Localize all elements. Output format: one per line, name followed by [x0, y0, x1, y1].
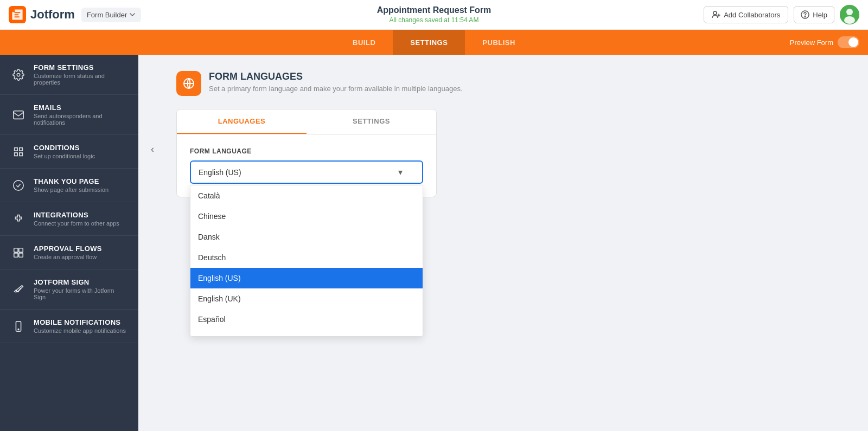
sidebar-approval-subtitle: Create an approval flow	[34, 254, 102, 260]
svg-point-6	[805, 16, 806, 17]
tab-card-settings[interactable]: SETTINGS	[307, 110, 436, 134]
back-button[interactable]: ‹	[145, 141, 160, 157]
tab-build[interactable]: BUILD	[335, 30, 393, 55]
sidebar-sign-subtitle: Power your forms with Jotform Sign	[34, 287, 127, 300]
help-button[interactable]: Help	[794, 6, 834, 23]
svg-point-18	[18, 329, 19, 330]
language-select[interactable]: English (US) ▾	[190, 160, 423, 184]
sidebar-item-form-settings[interactable]: FORM SETTINGS Customize form status and …	[0, 55, 138, 95]
language-dropdown: Català Chinese Dansk Deutsch English (US…	[190, 185, 423, 337]
save-status: All changes saved at 11:54 AM	[377, 16, 492, 24]
sidebar-approval-title: APPROVAL FLOWS	[34, 245, 102, 253]
panel-title: FORM LANGUAGES	[209, 71, 463, 82]
toggle-knob	[848, 37, 858, 47]
language-select-wrapper: English (US) ▾ Català Chinese Dansk Deut…	[190, 160, 423, 184]
svg-point-4	[713, 11, 717, 15]
puzzle-icon	[11, 211, 26, 227]
svg-point-12	[14, 180, 23, 190]
select-arrow-icon: ▾	[398, 167, 403, 177]
panel-header: FORM LANGUAGES Set a primary form langua…	[176, 71, 852, 96]
sidebar-conditions-subtitle: Set up conditional logic	[34, 153, 95, 159]
tab-languages[interactable]: LANGUAGES	[177, 110, 307, 134]
form-title: Appointment Request Form	[377, 5, 492, 15]
sidebar-integrations-title: INTEGRATIONS	[34, 211, 119, 219]
checkmark-icon	[11, 178, 26, 193]
chevron-down-icon	[129, 11, 136, 18]
svg-rect-16	[19, 253, 23, 256]
svg-point-9	[844, 16, 855, 24]
card-tabs: LANGUAGES SETTINGS	[177, 110, 436, 134]
logo-text: Jotform	[30, 8, 75, 22]
svg-rect-15	[14, 253, 18, 256]
sidebar-integrations-subtitle: Connect your form to other apps	[34, 220, 119, 227]
content-area: ‹ FORM LANGUAGES Set a primary form lang…	[138, 55, 868, 431]
svg-rect-13	[14, 248, 18, 252]
preview-form-area: Preview Form	[790, 36, 859, 48]
mail-icon	[11, 107, 26, 123]
jotform-logo-icon	[9, 6, 26, 23]
user-avatar[interactable]	[840, 5, 859, 24]
svg-rect-1	[14, 12, 20, 13]
svg-rect-14	[19, 248, 23, 252]
sidebar: FORM SETTINGS Customize form status and …	[0, 55, 138, 431]
sidebar-item-emails[interactable]: EMAILS Send autoresponders and notificat…	[0, 95, 138, 135]
sidebar-emails-subtitle: Send autoresponders and notifications	[34, 113, 127, 126]
gear-icon	[11, 67, 26, 82]
logo-area[interactable]: Jotform	[9, 6, 75, 23]
top-nav-left: Jotform Form Builder	[9, 6, 141, 23]
conditions-icon	[11, 144, 26, 159]
language-icon	[182, 77, 195, 90]
form-title-area: Appointment Request Form All changes sav…	[377, 5, 492, 24]
mobile-icon	[11, 319, 26, 334]
nav-tabs-bar: BUILD SETTINGS PUBLISH Preview Form	[0, 30, 868, 55]
language-option-dansk[interactable]: Dansk	[190, 227, 423, 247]
top-navigation: Jotform Form Builder Appointment Request…	[0, 0, 868, 30]
person-add-icon	[712, 10, 720, 19]
sidebar-form-settings-title: FORM SETTINGS	[34, 63, 127, 72]
selected-language-text: English (US)	[199, 168, 241, 177]
main-layout: FORM SETTINGS Customize form status and …	[0, 55, 868, 431]
language-option-english-uk[interactable]: English (UK)	[190, 288, 423, 309]
sidebar-form-settings-subtitle: Customize form status and properties	[34, 73, 127, 86]
sidebar-item-approval-flows[interactable]: APPROVAL FLOWS Create an approval flow	[0, 236, 138, 269]
language-option-chinese[interactable]: Chinese	[190, 206, 423, 227]
preview-form-toggle[interactable]	[838, 36, 859, 48]
language-option-catala[interactable]: Català	[190, 185, 423, 206]
question-mark-icon	[801, 10, 809, 19]
svg-rect-2	[14, 14, 18, 15]
sign-icon	[11, 282, 26, 297]
top-nav-right: Add Collaborators Help	[704, 5, 859, 24]
svg-rect-11	[14, 111, 23, 119]
panel-wrapper: FORM LANGUAGES Set a primary form langua…	[176, 71, 852, 197]
languages-card: LANGUAGES SETTINGS FORM LANGUAGE English…	[176, 109, 437, 197]
tab-publish[interactable]: PUBLISH	[465, 30, 533, 55]
approval-icon	[11, 245, 26, 260]
form-builder-button[interactable]: Form Builder	[81, 8, 141, 22]
sidebar-mobile-title: MOBILE NOTIFICATIONS	[34, 318, 126, 326]
form-language-label: FORM LANGUAGE	[190, 147, 423, 155]
sidebar-sign-title: JOTFORM SIGN	[34, 278, 127, 286]
sidebar-item-integrations[interactable]: INTEGRATIONS Connect your form to other …	[0, 202, 138, 236]
sidebar-item-jotform-sign[interactable]: JOTFORM SIGN Power your forms with Jotfo…	[0, 269, 138, 310]
svg-point-10	[17, 73, 20, 76]
tab-settings[interactable]: SETTINGS	[393, 30, 465, 55]
preview-form-label: Preview Form	[790, 38, 833, 47]
svg-point-8	[846, 9, 853, 15]
add-collaborators-button[interactable]: Add Collaborators	[704, 6, 788, 23]
language-option-english-us[interactable]: English (US)	[190, 268, 423, 288]
sidebar-mobile-subtitle: Customize mobile app notifications	[34, 327, 126, 334]
sidebar-thankyou-title: THANK YOU PAGE	[34, 177, 108, 185]
sidebar-item-thank-you[interactable]: THANK YOU PAGE Show page after submissio…	[0, 169, 138, 202]
panel-subtitle: Set a primary form language and make you…	[209, 85, 463, 93]
language-option-finnish[interactable]: Finnish	[190, 330, 423, 337]
sidebar-item-mobile-notifications[interactable]: MOBILE NOTIFICATIONS Customize mobile ap…	[0, 310, 138, 343]
sidebar-conditions-title: CONDITIONS	[34, 144, 95, 152]
language-option-deutsch[interactable]: Deutsch	[190, 247, 423, 268]
sidebar-thankyou-subtitle: Show page after submission	[34, 186, 108, 193]
svg-rect-3	[14, 16, 20, 17]
sidebar-item-conditions[interactable]: CONDITIONS Set up conditional logic	[0, 135, 138, 169]
language-option-espanol[interactable]: Español	[190, 309, 423, 330]
languages-panel-icon	[176, 71, 201, 96]
sidebar-emails-title: EMAILS	[34, 104, 127, 112]
card-body: FORM LANGUAGE English (US) ▾ Català Chin…	[177, 134, 436, 197]
